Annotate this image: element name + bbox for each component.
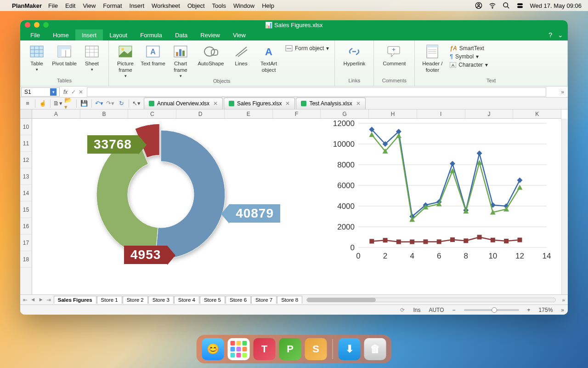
- lines-button[interactable]: Lines: [227, 42, 255, 67]
- row-header[interactable]: 17: [20, 235, 32, 251]
- wifi-icon[interactable]: [489, 2, 496, 9]
- column-header[interactable]: E: [225, 109, 273, 118]
- menu-edit[interactable]: Edit: [65, 2, 75, 9]
- finder-icon[interactable]: 😊: [202, 338, 224, 360]
- sheet-tab[interactable]: Store 8: [277, 296, 302, 304]
- row-header[interactable]: 14: [20, 185, 32, 201]
- character-button[interactable]: ACharacter ▾: [450, 62, 488, 68]
- vertical-scrollbar[interactable]: [561, 119, 568, 294]
- row-header[interactable]: 15: [20, 201, 32, 218]
- row-header[interactable]: 11: [20, 135, 32, 152]
- textmaker-icon[interactable]: T: [254, 338, 276, 360]
- textart-button[interactable]: ATextArt object: [255, 42, 283, 74]
- tab-view[interactable]: View: [226, 29, 252, 40]
- pivot-table-button[interactable]: Pivot table: [51, 42, 78, 67]
- close-icon[interactable]: ✕: [356, 100, 361, 107]
- hyperlink-button[interactable]: Hyperlink: [338, 42, 371, 67]
- undo-icon[interactable]: ↶▾: [95, 99, 104, 108]
- smarttext-button[interactable]: ƒASmartText: [450, 45, 488, 52]
- app-name[interactable]: PlanMaker: [12, 2, 42, 9]
- sheet-tab[interactable]: Store 5: [200, 296, 225, 304]
- tab-insert[interactable]: Insert: [75, 29, 103, 40]
- sync-icon[interactable]: ⟳: [400, 307, 405, 313]
- tab-home[interactable]: Home: [46, 29, 75, 40]
- column-header[interactable]: H: [369, 109, 417, 118]
- zoom-slider[interactable]: [464, 309, 519, 311]
- line-chart[interactable]: 02000400060008000100001200002468101214: [326, 119, 556, 270]
- symbol-button[interactable]: ¶Symbol ▾: [450, 53, 488, 60]
- user-icon[interactable]: [475, 2, 482, 9]
- zoom-in-icon[interactable]: +: [527, 307, 531, 313]
- insert-mode-label[interactable]: Ins: [413, 307, 420, 313]
- presentations-icon[interactable]: S: [305, 338, 327, 360]
- grid-canvas[interactable]: 33768 40879 4953 02000400060008000100001…: [32, 119, 561, 294]
- row-header[interactable]: 10: [20, 119, 32, 135]
- column-header[interactable]: K: [513, 109, 561, 118]
- column-headers[interactable]: ABCDEFGHIJK: [32, 109, 561, 119]
- downloads-icon[interactable]: ⬇: [339, 338, 361, 360]
- comment-button[interactable]: +Comment: [377, 42, 412, 67]
- status-overflow-icon[interactable]: »: [561, 307, 564, 313]
- menu-view[interactable]: View: [83, 2, 96, 9]
- text-frame-button[interactable]: AText frame: [139, 42, 167, 67]
- zoom-out-icon[interactable]: −: [452, 307, 456, 313]
- menu-format[interactable]: Format: [103, 2, 122, 9]
- column-header[interactable]: C: [128, 109, 176, 118]
- calc-mode-label[interactable]: AUTO: [429, 307, 444, 313]
- chart-frame-button[interactable]: Chart frame▾: [167, 42, 194, 78]
- sheet-tab[interactable]: Store 1: [97, 296, 122, 304]
- touch-mode-icon[interactable]: ☝: [38, 99, 47, 108]
- sheet-tab[interactable]: Store 6: [226, 296, 251, 304]
- column-header[interactable]: J: [465, 109, 514, 118]
- redo-icon[interactable]: ↷▾: [106, 99, 115, 108]
- row-header[interactable]: 13: [20, 168, 32, 185]
- close-icon[interactable]: ✕: [285, 100, 290, 107]
- sheet-tab[interactable]: Store 2: [123, 296, 148, 304]
- tab-data[interactable]: Data: [169, 29, 194, 40]
- expand-formula-icon[interactable]: »: [557, 89, 568, 95]
- column-header[interactable]: A: [32, 109, 80, 118]
- tab-layout[interactable]: Layout: [103, 29, 134, 40]
- trash-icon[interactable]: 🗑: [364, 338, 386, 360]
- menu-object[interactable]: Object: [187, 2, 205, 9]
- zoom-level-label[interactable]: 175%: [539, 307, 553, 313]
- menu-insert[interactable]: Insert: [130, 2, 145, 9]
- menu-file[interactable]: File: [48, 2, 58, 9]
- help-icon[interactable]: ?: [548, 31, 552, 39]
- spreadsheet-area[interactable]: ABCDEFGHIJK 101112131415161718 33768 408…: [20, 109, 568, 294]
- donut-chart[interactable]: 33768 40879 4953: [78, 119, 243, 270]
- form-object-button[interactable]: Form object ▾: [285, 45, 329, 52]
- select-all-corner[interactable]: [20, 109, 32, 119]
- control-center-icon[interactable]: [516, 2, 524, 9]
- sheet-button[interactable]: Sheet▾: [78, 42, 106, 72]
- horizontal-scrollbar[interactable]: [306, 298, 555, 302]
- sheettab-overflow-icon[interactable]: »: [560, 297, 568, 303]
- menu-worksheet[interactable]: Worksheet: [152, 2, 180, 9]
- sheet-tab[interactable]: Store 7: [251, 296, 277, 304]
- menu-help[interactable]: Help: [262, 2, 274, 9]
- collapse-ribbon-icon[interactable]: ⌄: [558, 31, 563, 39]
- doctab-sales[interactable]: Sales Figures.xlsx✕: [224, 98, 295, 109]
- sheet-tab[interactable]: Store 4: [174, 296, 199, 304]
- align-left-icon[interactable]: ≡: [23, 99, 32, 108]
- picture-frame-button[interactable]: Picture frame▾: [112, 42, 139, 78]
- tab-review[interactable]: Review: [194, 29, 226, 40]
- column-header[interactable]: F: [273, 109, 321, 118]
- sheet-nav-next-icon[interactable]: ►: [38, 297, 43, 303]
- close-icon[interactable]: ✕: [213, 100, 218, 107]
- menubar-datetime[interactable]: Wed 17. May 09:06: [530, 2, 582, 9]
- row-header[interactable]: 18: [20, 251, 32, 268]
- pointer-icon[interactable]: ↖▾: [132, 99, 141, 108]
- sheet-nav-first-icon[interactable]: ⇤: [23, 297, 28, 303]
- formula-input[interactable]: [87, 87, 546, 97]
- refresh-icon[interactable]: ↻: [117, 99, 126, 108]
- row-headers[interactable]: 101112131415161718: [20, 119, 32, 294]
- row-header[interactable]: 16: [20, 218, 32, 235]
- launchpad-icon[interactable]: [228, 338, 250, 360]
- tab-file[interactable]: File: [24, 29, 46, 40]
- new-doc-icon[interactable]: 🗎▾: [53, 99, 62, 108]
- fx-label[interactable]: fx: [60, 89, 71, 95]
- sheet-nav-prev-icon[interactable]: ◄: [30, 297, 35, 303]
- sheet-tab[interactable]: Sales Figures: [54, 296, 96, 304]
- open-icon[interactable]: 📂▾: [64, 99, 74, 108]
